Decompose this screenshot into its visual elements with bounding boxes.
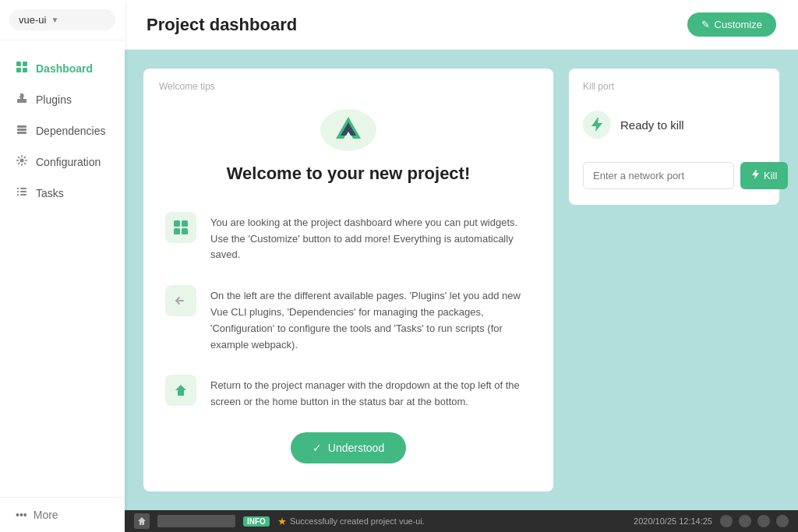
svg-rect-18 (182, 228, 188, 234)
kill-status: Ready to kill (583, 103, 765, 146)
lightning-icon (583, 111, 611, 139)
sidebar-item-tasks-label: Tasks (36, 187, 64, 199)
welcome-title: Welcome to your new project! (227, 164, 471, 184)
status-icons (720, 515, 789, 527)
sidebar-item-plugins[interactable]: Plugins (0, 84, 125, 115)
network-port-input[interactable] (583, 162, 734, 189)
understood-label: Understood (328, 442, 384, 454)
svg-rect-5 (17, 125, 26, 128)
tip-item-2: On the left are the different available … (165, 285, 531, 353)
sidebar-nav: Dashboard Plugins Dependencies (0, 41, 125, 497)
status-right: 2020/10/25 12:14:25 (634, 515, 789, 527)
sidebar-item-dashboard[interactable]: Dashboard (0, 53, 125, 84)
welcome-widget-label: Welcome tips (159, 81, 215, 92)
grid-icon (16, 61, 28, 76)
edit-icon: ✎ (701, 19, 710, 30)
page-title: Project dashboard (147, 15, 297, 35)
svg-rect-16 (182, 220, 188, 227)
sidebar-item-dependencies-label: Dependencies (36, 125, 106, 137)
list-icon (16, 185, 28, 201)
sidebar-item-configuration-label: Configuration (36, 156, 101, 168)
content-area: Welcome tips Welcome to your new project… (125, 50, 798, 510)
project-selector[interactable]: vue-ui ▼ (9, 9, 115, 30)
svg-point-8 (20, 159, 24, 163)
vue-logo (320, 109, 376, 151)
customize-label: Customize (715, 19, 762, 30)
tip-item-3: Return to the project manager with the d… (165, 375, 531, 410)
tip-item-1: You are looking at the project dashboard… (165, 212, 531, 263)
kill-port-label: Kill port (583, 81, 765, 92)
kill-lightning-icon (751, 169, 759, 182)
sidebar-item-dependencies[interactable]: Dependencies (0, 115, 125, 146)
svg-rect-11 (17, 191, 19, 192)
svg-rect-3 (23, 68, 27, 72)
more-button[interactable]: ••• More (0, 497, 125, 532)
status-icon-1 (720, 515, 733, 527)
home-status-button[interactable] (134, 513, 150, 529)
status-file-area[interactable] (157, 515, 235, 527)
status-message: Successfully created project vue-ui. (277, 516, 425, 526)
svg-rect-14 (20, 194, 26, 196)
sidebar-header: vue-ui ▼ (0, 0, 125, 41)
project-name: vue-ui (19, 14, 46, 26)
sidebar-item-plugins-label: Plugins (36, 93, 72, 106)
ellipsis-icon: ••• (16, 509, 27, 521)
kill-button-label: Kill (764, 170, 777, 181)
svg-rect-6 (17, 129, 26, 131)
svg-rect-13 (17, 194, 19, 196)
check-icon: ✓ (312, 442, 322, 454)
kill-input-row: Kill (583, 162, 765, 189)
kill-port-widget: Kill port Ready to kill Kil (569, 69, 779, 205)
status-badge: INFO (243, 516, 270, 527)
sidebar-item-tasks[interactable]: Tasks (0, 178, 125, 209)
svg-rect-0 (16, 62, 21, 66)
tip-icon-1 (165, 212, 196, 243)
more-label: More (34, 509, 58, 521)
sidebar-item-dashboard-label: Dashboard (36, 62, 93, 75)
status-message-text: Successfully created project vue-ui. (290, 516, 425, 526)
svg-rect-15 (174, 220, 180, 227)
svg-rect-9 (17, 188, 19, 189)
svg-rect-4 (17, 99, 26, 103)
tip-text-2: On the left are the different available … (210, 285, 531, 353)
main-area: Project dashboard ✎ Customize Welcome ti… (125, 0, 798, 532)
svg-rect-2 (16, 68, 21, 72)
status-icon-3 (757, 515, 770, 527)
understood-button[interactable]: ✓ Understood (291, 432, 406, 463)
svg-rect-1 (23, 62, 27, 66)
tip-icon-2 (165, 285, 196, 316)
layers-icon (16, 123, 28, 139)
kill-status-text: Ready to kill (620, 118, 684, 132)
svg-rect-12 (20, 191, 26, 192)
settings-icon (16, 154, 28, 170)
customize-button[interactable]: ✎ Customize (687, 12, 776, 37)
tip-icon-3 (165, 375, 196, 406)
chevron-down-icon: ▼ (51, 16, 58, 24)
kill-button[interactable]: Kill (740, 162, 788, 189)
status-bar: INFO Successfully created project vue-ui… (125, 510, 798, 532)
tip-text-1: You are looking at the project dashboard… (210, 212, 531, 263)
sidebar: vue-ui ▼ Dashboard (0, 0, 125, 532)
tip-text-3: Return to the project manager with the d… (210, 375, 531, 410)
welcome-widget: Welcome tips Welcome to your new project… (143, 69, 553, 491)
svg-rect-7 (17, 132, 26, 134)
status-icon-2 (739, 515, 751, 527)
puzzle-icon (16, 92, 28, 107)
status-timestamp: 2020/10/25 12:14:25 (634, 516, 712, 526)
main-header: Project dashboard ✎ Customize (125, 0, 798, 50)
svg-rect-17 (174, 228, 180, 234)
status-icon-4 (776, 515, 789, 527)
svg-rect-10 (20, 188, 26, 189)
sidebar-item-configuration[interactable]: Configuration (0, 146, 125, 178)
